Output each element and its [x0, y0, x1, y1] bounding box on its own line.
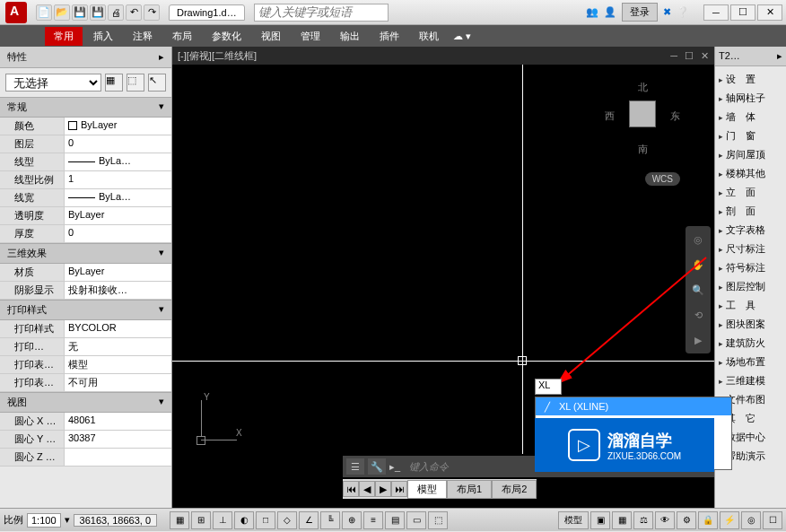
- property-value[interactable]: ByLa…: [65, 189, 171, 206]
- pickadd-button[interactable]: ↖: [148, 74, 166, 92]
- ribbon-tab-annotate[interactable]: 注释: [124, 27, 162, 46]
- hardware-accel-button[interactable]: ⚡: [720, 511, 739, 529]
- cmdline-customize-icon[interactable]: 🔧: [368, 458, 386, 475]
- showmotion-icon[interactable]: ▶: [688, 330, 708, 350]
- help-icon[interactable]: ❔: [677, 6, 689, 18]
- layout-nav-prev[interactable]: ◀: [359, 481, 375, 497]
- property-row[interactable]: 打印表…不可用: [0, 374, 171, 392]
- qat-saveas[interactable]: 💾: [90, 4, 106, 21]
- property-value[interactable]: 48061: [65, 413, 171, 430]
- ribbon-tab-view[interactable]: 视图: [252, 27, 290, 46]
- orbit-icon[interactable]: ⟲: [688, 305, 708, 325]
- property-row[interactable]: 透明度ByLayer: [0, 207, 171, 225]
- clean-screen-button[interactable]: ☐: [763, 511, 782, 529]
- property-value[interactable]: 30387: [65, 431, 171, 448]
- palette-category[interactable]: ▸场地布置: [715, 353, 786, 371]
- palette-category[interactable]: ▸建筑防火: [715, 334, 786, 353]
- drawing-canvas[interactable]: [-][俯视][二维线框] ─ ☐ ✕ 北 西 东 南 WCS ◎ ✋ 🔍 ⟲ …: [172, 47, 714, 508]
- ribbon-tab-output[interactable]: 输出: [331, 27, 369, 46]
- qat-open[interactable]: 📂: [54, 4, 70, 21]
- property-value[interactable]: 0: [65, 135, 171, 153]
- palette-category[interactable]: ▸尺寸标注: [715, 240, 786, 258]
- snap-mode-button[interactable]: ▦: [170, 511, 189, 529]
- qat-print[interactable]: 🖨: [108, 4, 124, 21]
- property-value[interactable]: 模型: [65, 356, 171, 373]
- otrack-button[interactable]: ∠: [299, 511, 319, 529]
- palette-category[interactable]: ▸剖 面: [715, 202, 786, 221]
- dyn-button[interactable]: ⊕: [342, 511, 362, 529]
- property-row[interactable]: 打印…无: [0, 338, 171, 356]
- property-value[interactable]: ByLayer: [65, 207, 171, 224]
- palette-category[interactable]: ▸门 窗: [715, 126, 786, 145]
- palette-category[interactable]: ▸轴网柱子: [715, 89, 786, 108]
- exchange-icon[interactable]: ✖: [663, 6, 671, 18]
- ribbon-tab-online[interactable]: 联机: [410, 27, 448, 46]
- ribbon-cloud-icon[interactable]: ☁ ▾: [453, 31, 471, 42]
- viewport-label[interactable]: [-][俯视][二维线框]: [178, 49, 257, 63]
- properties-header[interactable]: 特性 ▸: [0, 47, 171, 68]
- ducs-button[interactable]: ╚: [320, 511, 340, 529]
- palette-category[interactable]: ▸文字表格: [715, 221, 786, 240]
- ortho-button[interactable]: ⊥: [213, 511, 232, 529]
- ribbon-tab-insert[interactable]: 插入: [84, 27, 122, 46]
- login-button[interactable]: 登录: [622, 3, 658, 22]
- property-row[interactable]: 材质ByLayer: [0, 264, 171, 282]
- layout-nav-last[interactable]: ⏭: [391, 481, 407, 497]
- property-value[interactable]: ByLayer: [65, 118, 171, 135]
- property-row[interactable]: 打印样式BYCOLOR: [0, 320, 171, 338]
- palette-category[interactable]: ▸设 置: [715, 70, 786, 89]
- palette-category[interactable]: ▸符号标注: [715, 258, 786, 277]
- viewcube-north[interactable]: 北: [638, 81, 648, 94]
- annotation-visibility-button[interactable]: 👁: [655, 511, 675, 529]
- qat-redo[interactable]: ↷: [144, 4, 160, 21]
- property-row[interactable]: 线宽ByLa…: [0, 189, 171, 207]
- polar-button[interactable]: ◐: [234, 511, 254, 529]
- lock-ui-button[interactable]: 🔒: [698, 511, 718, 529]
- layout-nav-next[interactable]: ▶: [375, 481, 391, 497]
- property-row[interactable]: 厚度0: [0, 225, 171, 243]
- section-plot[interactable]: 打印样式▾: [0, 300, 171, 320]
- section-view[interactable]: 视图▾: [0, 392, 171, 413]
- qat-new[interactable]: 📄: [36, 4, 52, 21]
- qat-save[interactable]: 💾: [72, 4, 88, 21]
- minimize-button[interactable]: ─: [703, 4, 729, 21]
- palette-category[interactable]: ▸工 具: [715, 296, 786, 315]
- layout-tab-model[interactable]: 模型: [407, 480, 447, 499]
- ribbon-tab-plugins[interactable]: 插件: [371, 27, 408, 46]
- command-prompt[interactable]: 键入命令: [404, 460, 454, 474]
- grid-button[interactable]: ⊞: [191, 511, 211, 529]
- quickview-layouts-button[interactable]: ▣: [590, 511, 610, 529]
- scale-value[interactable]: 1:100: [27, 513, 61, 528]
- tpy-button[interactable]: ▤: [385, 511, 405, 529]
- sc-button[interactable]: ⬚: [428, 511, 448, 529]
- viewport-minimize-icon[interactable]: ─: [670, 50, 677, 62]
- viewcube[interactable]: 北 西 东 南: [598, 74, 687, 163]
- layout-tab-1[interactable]: 布局1: [447, 480, 492, 499]
- annotation-scale-button[interactable]: ⚖: [633, 511, 653, 529]
- ribbon-tab-home[interactable]: 常用: [45, 27, 83, 46]
- coordinates-readout[interactable]: 36163, 18663, 0: [74, 514, 158, 527]
- layout-tab-2[interactable]: 布局2: [492, 480, 537, 499]
- zoom-icon[interactable]: 🔍: [688, 280, 708, 300]
- lwt-button[interactable]: ≡: [363, 511, 383, 529]
- selection-dropdown[interactable]: 无选择: [5, 74, 101, 92]
- property-row[interactable]: 圆心 Y …30387: [0, 431, 171, 449]
- 3dosnap-button[interactable]: ◇: [277, 511, 297, 529]
- property-row[interactable]: 圆心 Z …: [0, 449, 171, 467]
- qat-undo[interactable]: ↶: [126, 4, 142, 21]
- ribbon-tab-layout[interactable]: 布局: [163, 27, 201, 46]
- cmdline-menu-icon[interactable]: ☰: [346, 458, 364, 475]
- people-icon[interactable]: 👥: [586, 6, 598, 18]
- model-space-button[interactable]: 模型: [558, 511, 589, 529]
- property-value[interactable]: BYCOLOR: [65, 320, 171, 337]
- viewcube-east[interactable]: 东: [670, 109, 680, 123]
- workspace-button[interactable]: ⚙: [677, 511, 696, 529]
- property-row[interactable]: 线型ByLa…: [0, 153, 171, 171]
- quick-select-button[interactable]: ▦: [105, 74, 123, 92]
- property-row[interactable]: 图层0: [0, 135, 171, 153]
- panel-collapse-icon[interactable]: ▸: [159, 51, 164, 63]
- viewcube-south[interactable]: 南: [638, 143, 648, 156]
- scale-dropdown-icon[interactable]: ▾: [65, 514, 70, 526]
- viewport-maximize-icon[interactable]: ☐: [685, 50, 694, 62]
- property-value[interactable]: 无: [65, 338, 171, 355]
